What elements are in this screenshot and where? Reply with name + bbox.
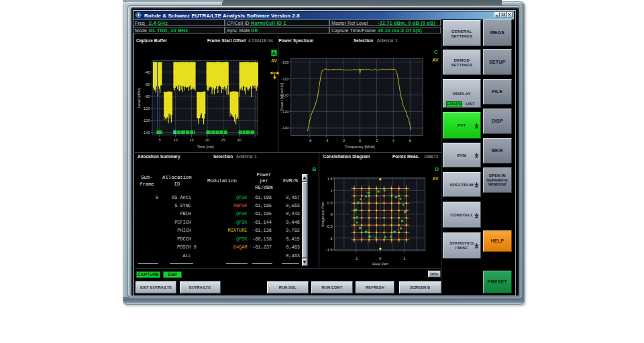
svg-text:20: 20 (205, 138, 209, 142)
svg-text:-2: -2 (341, 139, 345, 143)
svg-text:1: 1 (331, 189, 333, 193)
svg-text:-40: -40 (144, 70, 150, 74)
svg-text:0: 0 (331, 212, 333, 216)
svg-text:-1: -1 (329, 236, 333, 241)
svg-text:-110: -110 (281, 77, 288, 81)
svg-text:-1: -1 (354, 257, 358, 261)
svg-text:5: 5 (158, 138, 160, 142)
svg-text:-140: -140 (142, 131, 150, 135)
svg-text:-80: -80 (144, 94, 150, 98)
svg-text:-0.5: -0.5 (326, 224, 333, 228)
svg-text:Level [dBm]: Level [dBm] (137, 87, 141, 108)
svg-text:Time [ms]: Time [ms] (197, 145, 214, 149)
svg-text:Real Part: Real Part (372, 262, 389, 266)
svg-text:Imaginary Part: Imaginary Part (321, 202, 325, 227)
svg-text:0: 0 (379, 257, 381, 261)
svg-text:0: 0 (359, 139, 361, 143)
svg-text:30: 30 (237, 138, 241, 142)
svg-text:Frequency [MHz]: Frequency [MHz] (345, 145, 376, 149)
svg-text:-120: -120 (142, 119, 150, 123)
svg-text:10: 10 (173, 138, 177, 142)
svg-text:2: 2 (376, 139, 378, 143)
svg-text:1: 1 (403, 257, 405, 261)
svg-text:-6: -6 (308, 139, 311, 143)
svg-text:Power [dBm/Hz]: Power [dBm/Hz] (280, 83, 284, 111)
svg-text:4: 4 (392, 139, 395, 143)
svg-text:-60: -60 (144, 82, 150, 86)
svg-text:-140: -140 (281, 126, 289, 130)
svg-text:0.5: 0.5 (327, 201, 333, 205)
svg-text:15: 15 (189, 138, 193, 142)
svg-text:-4: -4 (325, 139, 329, 143)
svg-text:6: 6 (409, 139, 411, 143)
svg-text:-1.5: -1.5 (326, 248, 333, 252)
svg-text:-100: -100 (142, 107, 150, 111)
svg-text:25: 25 (221, 138, 225, 142)
svg-text:-100: -100 (281, 60, 289, 64)
svg-text:1.5: 1.5 (327, 177, 333, 181)
